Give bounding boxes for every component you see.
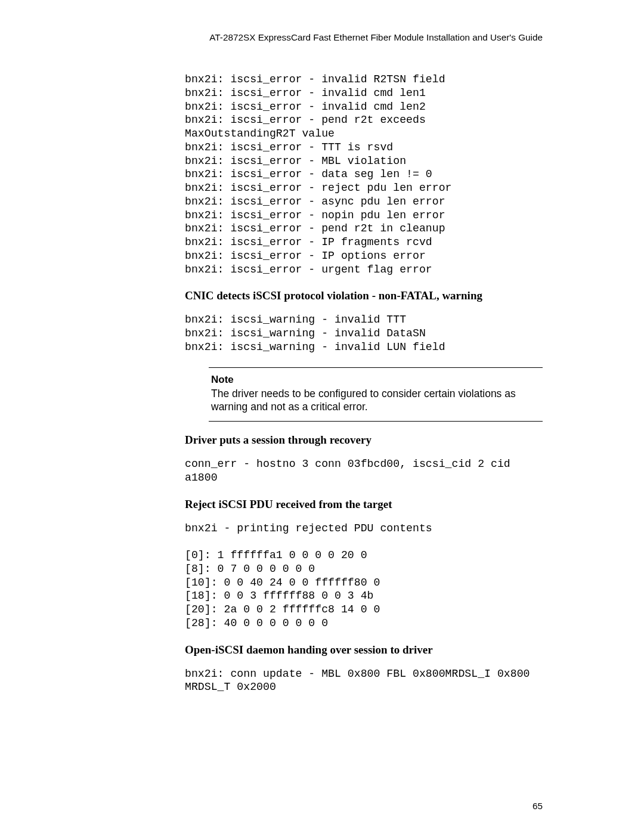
note-label: Note bbox=[211, 374, 540, 386]
page-header: AT-2872SX ExpressCard Fast Ethernet Fibe… bbox=[185, 32, 543, 43]
subhead-reject-pdu: Reject iSCSI PDU received from the targe… bbox=[185, 498, 543, 511]
subhead-cnic-warning: CNIC detects iSCSI protocol violation - … bbox=[185, 289, 543, 302]
note-box: Note The driver needs to be configured t… bbox=[209, 367, 543, 422]
note-body: The driver needs to be configured to con… bbox=[211, 387, 540, 414]
code-conn-update: bnx2i: conn update - MBL 0x800 FBL 0x800… bbox=[185, 667, 543, 695]
code-conn-err: conn_err - hostno 3 conn 03fbcd00, iscsi… bbox=[185, 457, 543, 485]
code-reject-pdu: bnx2i - printing rejected PDU contents [… bbox=[185, 522, 543, 630]
subhead-open-iscsi: Open-iSCSI daemon handing over session t… bbox=[185, 643, 543, 657]
page-number: 65 bbox=[532, 801, 543, 812]
code-iscsi-errors: bnx2i: iscsi_error - invalid R2TSN field… bbox=[185, 73, 543, 276]
page: AT-2872SX ExpressCard Fast Ethernet Fibe… bbox=[0, 0, 644, 833]
subhead-session-recovery: Driver puts a session through recovery bbox=[185, 433, 543, 447]
code-iscsi-warnings: bnx2i: iscsi_warning - invalid TTT bnx2i… bbox=[185, 313, 543, 354]
